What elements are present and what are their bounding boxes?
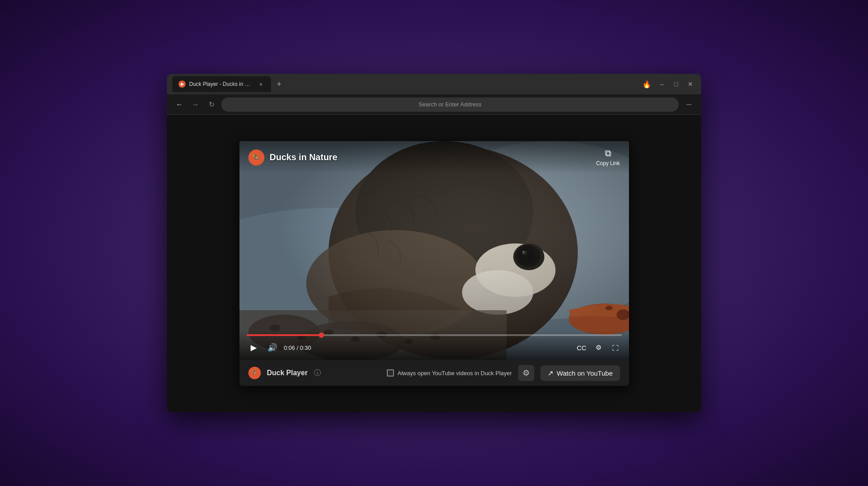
video-area: 🦆 Ducks in Nature ⧉ Copy Link ▶ <box>239 141 629 360</box>
video-header-overlay: 🦆 Ducks in Nature ⧉ Copy Link <box>239 141 629 174</box>
duck-player-label: Duck Player <box>267 369 308 377</box>
back-button[interactable]: ← <box>173 98 186 111</box>
controls-row: ▶ 🔊 0:06 / 0:30 CC ⚙ ⛶ <box>247 340 622 355</box>
browser-window: ▶ Duck Player - Ducks in Natur... × + 🔥 … <box>167 74 701 412</box>
checkbox-area: Always open YouTube videos in Duck Playe… <box>387 369 512 377</box>
title-bar-controls: 🔥 – □ ✕ <box>641 78 696 90</box>
navigation-bar: ← → ↻ Search or Enter Address ··· <box>167 94 701 115</box>
address-text: Search or Enter Address <box>418 101 482 108</box>
address-bar[interactable]: Search or Enter Address <box>221 97 679 112</box>
video-controls: ▶ 🔊 0:06 / 0:30 CC ⚙ ⛶ <box>239 331 629 360</box>
progress-bar[interactable] <box>247 334 622 336</box>
tab-area: ▶ Duck Player - Ducks in Natur... × + <box>172 76 641 92</box>
active-tab[interactable]: ▶ Duck Player - Ducks in Natur... × <box>172 76 271 92</box>
new-tab-button[interactable]: + <box>273 78 285 90</box>
copy-link-button[interactable]: ⧉ Copy Link <box>596 148 620 166</box>
tab-close-button[interactable]: × <box>257 80 265 88</box>
duck-player-container: 🦆 Ducks in Nature ⧉ Copy Link ▶ <box>239 141 629 386</box>
always-open-checkbox[interactable] <box>387 369 394 377</box>
watch-youtube-icon: ↗ <box>548 369 553 377</box>
copy-link-icon: ⧉ <box>605 148 611 158</box>
tab-favicon: ▶ <box>178 81 186 88</box>
window-close-button[interactable]: ✕ <box>685 79 696 89</box>
duck-player-logo: 🦆 <box>248 367 261 379</box>
video-title-area: 🦆 Ducks in Nature <box>248 150 337 166</box>
watch-on-youtube-button[interactable]: ↗ Watch on YouTube <box>540 365 620 381</box>
maximize-button[interactable]: □ <box>671 79 681 89</box>
copy-link-label: Copy Link <box>596 160 620 166</box>
fullscreen-button[interactable]: ⛶ <box>609 341 622 354</box>
settings-gear-button[interactable]: ⚙ <box>518 365 534 381</box>
tab-title: Duck Player - Ducks in Natur... <box>189 81 251 87</box>
bottom-bar: 🦆 Duck Player ⓘ Always open YouTube vide… <box>239 360 629 386</box>
ddg-logo-overlay: 🦆 <box>248 150 264 166</box>
svg-rect-27 <box>239 141 629 360</box>
watch-youtube-label: Watch on YouTube <box>557 369 613 377</box>
info-icon[interactable]: ⓘ <box>314 369 321 378</box>
progress-fill <box>247 334 322 336</box>
refresh-button[interactable]: ↻ <box>205 98 218 111</box>
menu-button[interactable]: ··· <box>682 98 695 111</box>
volume-button[interactable]: 🔊 <box>265 340 280 355</box>
progress-dot <box>319 332 324 338</box>
settings-button[interactable]: ⚙ <box>592 341 605 354</box>
title-bar: ▶ Duck Player - Ducks in Natur... × + 🔥 … <box>167 74 701 94</box>
minimize-button[interactable]: – <box>657 79 667 89</box>
flame-icon[interactable]: 🔥 <box>641 78 653 90</box>
browser-content: 🦆 Ducks in Nature ⧉ Copy Link ▶ <box>167 115 701 412</box>
time-display: 0:06 / 0:30 <box>284 344 311 351</box>
play-button[interactable]: ▶ <box>247 340 261 355</box>
video-title: Ducks in Nature <box>270 152 337 162</box>
checkbox-label: Always open YouTube videos in Duck Playe… <box>397 370 512 377</box>
cc-button[interactable]: CC <box>576 341 588 354</box>
forward-button[interactable]: → <box>189 98 202 111</box>
